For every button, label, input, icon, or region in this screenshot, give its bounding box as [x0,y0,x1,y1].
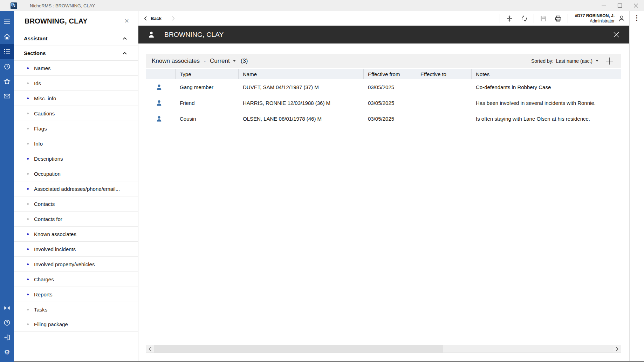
menu-button[interactable] [0,15,14,29]
sidebar-item-charges[interactable]: Charges [14,272,138,287]
list-icon [3,47,11,56]
chevron-down-icon [233,60,236,62]
sidebar-item-contacts-for[interactable]: Contacts for [14,211,138,226]
view-filter-dropdown[interactable]: Current [210,58,236,65]
scrollbar-track[interactable] [154,345,613,353]
associate-person-icon [156,115,163,122]
mail-button[interactable] [0,89,14,103]
table-row[interactable]: Gang member DUVET, SAM 04/12/1987 (37) M… [146,79,621,95]
sidebar-group-label: Sections [24,50,46,56]
left-icon-rail: ? ⚙ [0,11,14,362]
sections-list-button[interactable] [0,44,14,59]
column-header-effective-to[interactable]: Effective to [416,69,472,79]
cell-notes: Co-defendants in Robbery Case [472,79,621,95]
favorites-button[interactable] [0,74,14,88]
bullet-icon [27,248,29,250]
sidebar-item-tasks[interactable]: Tasks [14,302,138,317]
save-button[interactable] [536,12,551,26]
bullet-icon [27,173,29,175]
content-area: Known associates - Current (3) Sorted by… [138,43,629,362]
bullet-icon [27,323,29,325]
bullet-icon [27,218,29,220]
user-role: Administrator [575,19,615,24]
more-options-button[interactable]: ⋮ [632,14,642,22]
bullet-icon [27,203,29,205]
sidebar-item-reports[interactable]: Reports [14,287,138,302]
cell-effective-from: 03/05/2025 [364,79,416,95]
column-header-notes[interactable]: Notes [472,69,621,79]
history-button[interactable] [0,60,14,74]
right-gutter: ⋮ [629,11,644,362]
chevron-up-icon [121,35,128,42]
sidebar-item-known-associates[interactable]: Known associates [14,226,138,241]
broadcast-button[interactable] [0,301,14,315]
scroll-left-button[interactable] [146,345,154,353]
column-header-icon[interactable] [146,69,176,79]
add-associate-button[interactable] [602,54,617,68]
sidebar-item-misc-info[interactable]: Misc. info [14,90,138,106]
sidebar-group-sections[interactable]: Sections [14,46,138,60]
user-menu[interactable]: #D77 ROBINSON, J. Administrator [570,13,629,24]
column-header-name[interactable]: Name [239,69,364,79]
bullet-icon [27,143,29,145]
user-name: #D77 ROBINSON, J. [575,13,615,19]
chevron-left-icon [143,16,148,21]
sort-dropdown[interactable]: Last name (asc.) [556,58,598,64]
record-close-button[interactable] [611,29,622,40]
sidebar-item-info[interactable]: Info [14,136,138,151]
bullet-icon [27,128,29,129]
help-icon: ? [3,319,11,327]
close-icon [613,32,619,38]
help-button[interactable]: ? [0,316,14,330]
sort-value: Last name (asc.) [556,58,592,64]
scrollbar-thumb[interactable] [154,345,443,353]
sidebar-item-involved-incidents[interactable]: Involved incidents [14,241,138,256]
toolbar: Back [138,11,629,26]
minimize-button[interactable] [596,0,612,11]
star-icon [3,77,11,86]
person-icon [148,31,155,39]
print-button[interactable] [551,12,566,26]
sidebar-item-associated-addresses[interactable]: Associated addresses/phone/email... [14,181,138,196]
collapse-button[interactable] [502,12,517,26]
scroll-right-button[interactable] [613,345,621,353]
sidebar-item-filing-package[interactable]: Filing package [14,317,138,332]
home-button[interactable] [0,29,14,43]
back-button[interactable]: Back [143,16,162,21]
sidebar-close-button[interactable]: × [124,17,129,25]
table-header: Type Name Effective from Effective to No… [146,69,621,79]
history-clock-icon [3,62,11,71]
broadcast-icon [3,304,11,312]
sidebar-group-assistant[interactable]: Assistant [14,31,138,46]
column-header-effective-from[interactable]: Effective from [364,69,416,79]
minimize-icon [601,3,606,8]
settings-button[interactable]: ⚙ [0,345,14,359]
maximize-button[interactable] [612,0,628,11]
view-filter-value: Current [210,58,230,65]
logout-button[interactable] [0,330,14,344]
sidebar-item-involved-property-vehicles[interactable]: Involved property/vehicles [14,256,138,272]
record-title: BROWNING, CLAY [164,31,224,39]
app-logo-icon: N [11,2,17,9]
table-row[interactable]: Cousin OLSEN, LANE 08/01/1978 (46) M 03/… [146,111,621,127]
horizontal-scrollbar[interactable] [146,345,621,353]
sidebar-item-flags[interactable]: Flags [14,121,138,136]
sidebar-title: BROWNING, CLAY [25,17,88,25]
table-row[interactable]: Friend HARRIS, RONNIE 12/03/1988 (36) M … [146,95,621,111]
sidebar-item-descriptions[interactable]: Descriptions [14,151,138,166]
cell-effective-from: 03/05/2025 [364,95,416,111]
close-window-button[interactable] [628,0,644,11]
sidebar-group-label: Assistant [24,35,48,41]
sidebar-item-ids[interactable]: Ids [14,75,138,90]
close-icon [633,3,638,8]
sidebar-item-contacts[interactable]: Contacts [14,196,138,211]
column-header-type[interactable]: Type [176,69,239,79]
toolbar-separator [534,14,534,23]
cell-type: Friend [176,95,239,111]
forward-button[interactable] [171,16,176,21]
print-icon [554,15,562,22]
sidebar-item-occupation[interactable]: Occupation [14,166,138,181]
refresh-button[interactable] [517,12,532,26]
sidebar-item-cautions[interactable]: Cautions [14,106,138,121]
sidebar-item-names[interactable]: Names [14,60,138,75]
